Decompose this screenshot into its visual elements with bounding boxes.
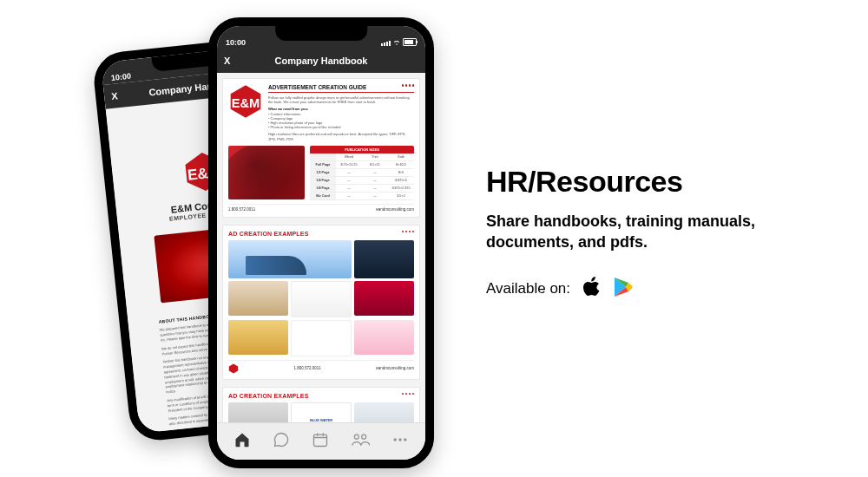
card-phone: 1.800.572.0011	[293, 366, 320, 370]
more-icon[interactable]	[402, 231, 415, 233]
svg-point-7	[362, 435, 366, 439]
need-list: • Content information • Company logo • H…	[268, 112, 414, 130]
doc-card-examples-2[interactable]: AD CREATION EXAMPLES BLUE WATER	[222, 387, 420, 422]
wifi-icon	[393, 39, 400, 46]
svg-point-8	[394, 438, 397, 441]
tab-people[interactable]	[351, 431, 370, 452]
signal-icon	[381, 41, 391, 46]
nav-title: Company Handbook	[275, 56, 368, 66]
table-header: PUBLICATION SIZES	[310, 146, 414, 154]
phone-mockup-front: 10:00 X Company Handbook	[208, 17, 434, 468]
marketing-copy: HR/Resources Share handbooks, training m…	[486, 165, 816, 303]
tab-home[interactable]	[233, 431, 251, 452]
tab-bar	[217, 422, 425, 460]
marketing-heading: HR/Resources	[486, 165, 816, 199]
em-logo-icon	[228, 363, 239, 374]
card-site: eandmconsulting.com	[376, 207, 414, 212]
card-blurb: Follow our fully staffed graphic design …	[268, 95, 414, 104]
sizes-table: PUBLICATION SIZES BleedTrimSafeFull Page…	[310, 146, 414, 200]
doc-card-ad-guide[interactable]: E&M ADVERTISEMENT CREATION GUIDE Follow …	[222, 78, 420, 218]
close-button[interactable]: X	[224, 56, 230, 66]
tile-brand: BLUE WATER	[310, 418, 332, 422]
more-icon[interactable]	[402, 84, 415, 87]
status-time: 10:00	[226, 38, 246, 47]
card-title: ADVERTISEMENT CREATION GUIDE	[268, 84, 414, 93]
svg-rect-5	[313, 435, 326, 446]
more-icon[interactable]	[402, 393, 415, 395]
card-site: eandmconsulting.com	[376, 366, 414, 370]
card-title: AD CREATION EXAMPLES	[228, 231, 414, 237]
svg-marker-4	[229, 363, 238, 373]
available-on-label: Available on:	[486, 280, 570, 297]
em-logo: E&M	[228, 84, 263, 119]
apple-icon[interactable]	[582, 276, 602, 303]
svg-point-6	[354, 435, 358, 439]
svg-text:E&M: E&M	[232, 96, 260, 110]
card-artwork	[228, 146, 305, 199]
battery-icon	[403, 38, 417, 46]
tab-more[interactable]	[391, 431, 409, 452]
ad-row: BLUE WATER	[228, 402, 414, 422]
status-time: 10:00	[111, 72, 132, 82]
nav-bar: X Company Handbook	[217, 49, 425, 73]
res-note: High resolution files are preferred and …	[268, 132, 414, 140]
available-on-row: Available on:	[486, 276, 816, 303]
google-play-icon[interactable]	[614, 277, 633, 302]
marketing-body: Share handbooks, training manuals, docum…	[486, 211, 816, 253]
close-button[interactable]: X	[111, 90, 119, 101]
ad-collage	[228, 240, 414, 356]
doc-card-examples-1[interactable]: AD CREATION EXAMPLES 1.800.572.0011 eand…	[222, 225, 420, 380]
tab-chat[interactable]	[273, 431, 290, 452]
tab-calendar[interactable]	[312, 431, 329, 452]
card-title: AD CREATION EXAMPLES	[228, 393, 414, 399]
svg-point-9	[399, 438, 402, 441]
card-phone: 1.800.572.0011	[228, 207, 255, 212]
svg-point-10	[404, 438, 407, 441]
